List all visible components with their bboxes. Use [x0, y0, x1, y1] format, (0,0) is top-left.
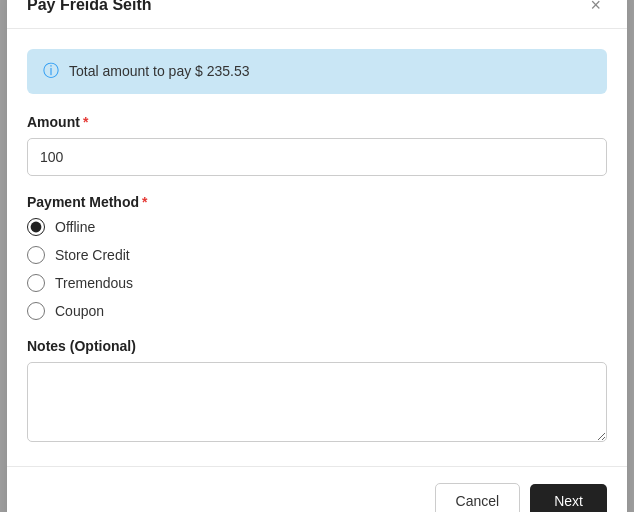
amount-label: Amount*	[27, 114, 607, 130]
radio-coupon-label: Coupon	[55, 303, 104, 319]
radio-store-credit-label: Store Credit	[55, 247, 130, 263]
radio-store-credit[interactable]	[27, 246, 45, 264]
radio-offline[interactable]	[27, 218, 45, 236]
amount-input[interactable]	[27, 138, 607, 176]
close-button[interactable]: ×	[584, 0, 607, 16]
radio-item-tremendous[interactable]: Tremendous	[27, 274, 607, 292]
modal-footer: Cancel Next	[7, 466, 627, 513]
payment-required-star: *	[142, 194, 147, 210]
info-icon: ⓘ	[43, 61, 59, 82]
radio-offline-label: Offline	[55, 219, 95, 235]
notes-input[interactable]	[27, 362, 607, 442]
radio-item-store-credit[interactable]: Store Credit	[27, 246, 607, 264]
modal-title: Pay Freida Seith	[27, 0, 152, 14]
modal-header: Pay Freida Seith ×	[7, 0, 627, 29]
radio-item-coupon[interactable]: Coupon	[27, 302, 607, 320]
banner-text: Total amount to pay $ 235.53	[69, 63, 250, 79]
amount-field-group: Amount*	[27, 114, 607, 176]
payment-method-radio-group: Offline Store Credit Tremendous Coupon	[27, 218, 607, 320]
notes-label: Notes (Optional)	[27, 338, 607, 354]
radio-coupon[interactable]	[27, 302, 45, 320]
radio-tremendous-label: Tremendous	[55, 275, 133, 291]
info-banner: ⓘ Total amount to pay $ 235.53	[27, 49, 607, 94]
radio-tremendous[interactable]	[27, 274, 45, 292]
next-button[interactable]: Next	[530, 484, 607, 513]
amount-required-star: *	[83, 114, 88, 130]
notes-field-group: Notes (Optional)	[27, 338, 607, 446]
modal-overlay: Pay Freida Seith × ⓘ Total amount to pay…	[0, 0, 634, 512]
radio-item-offline[interactable]: Offline	[27, 218, 607, 236]
payment-method-label: Payment Method*	[27, 194, 607, 210]
payment-method-field-group: Payment Method* Offline Store Credit Tre…	[27, 194, 607, 320]
modal-body: ⓘ Total amount to pay $ 235.53 Amount* P…	[7, 29, 627, 446]
cancel-button[interactable]: Cancel	[435, 483, 521, 513]
modal-dialog: Pay Freida Seith × ⓘ Total amount to pay…	[7, 0, 627, 512]
